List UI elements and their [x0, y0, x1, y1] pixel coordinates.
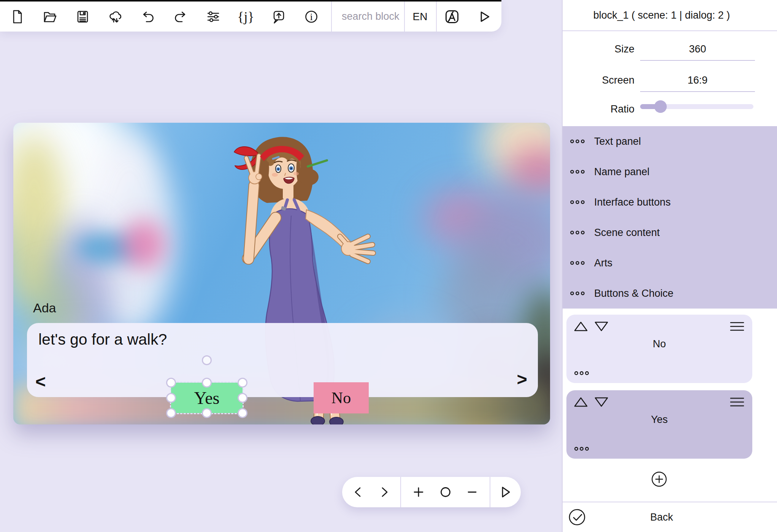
dialog-panel[interactable]: let's go for a walk? < > — [27, 323, 538, 397]
open-folder-button[interactable] — [41, 8, 59, 25]
app-root: {j} i EN — [0, 0, 777, 532]
resize-handle-top-right[interactable] — [238, 378, 247, 388]
info-icon: i — [304, 9, 319, 24]
open-folder-icon — [42, 9, 57, 24]
sidebar-divider — [563, 30, 777, 31]
next-dialog-button[interactable] — [375, 483, 393, 501]
screen-field[interactable] — [640, 69, 755, 92]
choice-card-no[interactable]: No — [566, 315, 752, 383]
move-up-icon[interactable] — [573, 321, 588, 332]
info-button[interactable]: i — [302, 8, 320, 25]
dots-menu-icon[interactable] — [573, 446, 590, 452]
add-choice-button[interactable] — [651, 471, 668, 488]
save-button[interactable] — [73, 8, 91, 25]
resize-handle-middle-right[interactable] — [238, 393, 247, 403]
player-nav-section — [342, 477, 400, 507]
zoom-in-button[interactable] — [409, 483, 428, 501]
cloud-sync-button[interactable] — [106, 8, 124, 25]
resize-handle-bottom-center[interactable] — [202, 408, 212, 418]
scene-canvas: Ada let's go for a walk? < > No Yes — [13, 123, 550, 424]
choice-button-no-label: No — [331, 389, 351, 407]
new-file-icon — [10, 9, 25, 24]
json-editor-icon: {j} — [237, 9, 254, 25]
ratio-slider-thumb[interactable] — [654, 100, 667, 113]
undo-button[interactable] — [139, 8, 157, 25]
back-button-label: Back — [563, 502, 761, 532]
play-outline-icon — [496, 483, 514, 501]
panel-item-buttons-choice[interactable]: Buttons & Choice — [563, 278, 777, 309]
play-icon — [475, 8, 493, 25]
screen-label: Screen — [563, 69, 634, 91]
app-store-icon — [443, 8, 461, 25]
undo-icon — [140, 9, 155, 24]
settings-sliders-icon — [206, 9, 221, 24]
toolbar-icon-group: {j} i — [8, 2, 320, 32]
panel-item-label: Scene content — [594, 227, 660, 239]
menu-icon[interactable] — [729, 396, 745, 408]
panel-item-label: Name panel — [594, 166, 650, 178]
play-test-button[interactable] — [474, 2, 494, 32]
search-input[interactable] — [332, 2, 414, 32]
chevron-right-icon — [375, 483, 393, 501]
zoom-reset-button[interactable] — [436, 483, 455, 501]
minus-icon — [463, 483, 481, 501]
dots-menu-icon — [569, 169, 586, 175]
resize-handle-bottom-right[interactable] — [238, 408, 247, 418]
svg-text:i: i — [310, 11, 312, 22]
share-dialog-button[interactable] — [270, 8, 287, 25]
resize-handle-top-left[interactable] — [166, 378, 176, 388]
panel-list: Text panel Name panel Interface buttons … — [563, 126, 777, 309]
dots-menu-icon — [569, 138, 586, 144]
share-dialog-icon — [271, 9, 286, 24]
toolbar: {j} i EN — [0, 0, 501, 32]
player-play-section — [490, 477, 520, 507]
dialog-next-arrow[interactable]: > — [517, 369, 527, 390]
play-scene-button[interactable] — [496, 483, 514, 501]
move-down-icon[interactable] — [594, 396, 609, 408]
resize-handle-bottom-left[interactable] — [166, 408, 176, 418]
choice-card-label: No — [566, 338, 752, 350]
choice-card-yes[interactable]: Yes — [566, 390, 752, 459]
redo-icon — [173, 9, 188, 24]
block-title: block_1 ( scene: 1 | dialog: 2 ) — [563, 0, 761, 30]
background-blur-blob — [122, 220, 165, 269]
dialog-text: let's go for a walk? — [38, 331, 167, 348]
dots-menu-icon — [569, 290, 586, 296]
resize-handle-top-center[interactable] — [202, 378, 212, 388]
dots-menu-icon — [569, 260, 586, 266]
ratio-slider[interactable] — [640, 104, 753, 109]
save-icon — [75, 9, 90, 24]
dialog-prev-arrow[interactable]: < — [35, 371, 46, 392]
choice-button-no[interactable]: No — [314, 382, 369, 413]
resize-handle-middle-left[interactable] — [166, 393, 176, 403]
json-editor-button[interactable]: {j} — [237, 8, 255, 25]
player-controls — [342, 477, 521, 507]
ratio-row: Ratio — [563, 98, 761, 120]
size-label: Size — [563, 38, 634, 60]
character-name-label[interactable]: Ada — [33, 301, 56, 315]
rotate-handle[interactable] — [202, 355, 212, 365]
plus-circle-icon — [651, 471, 668, 488]
move-up-icon[interactable] — [573, 396, 588, 408]
panel-item-text-panel[interactable]: Text panel — [563, 126, 777, 157]
app-build-button[interactable] — [442, 2, 462, 32]
size-field[interactable] — [640, 38, 755, 61]
prev-dialog-button[interactable] — [349, 483, 368, 501]
dots-menu-icon[interactable] — [573, 370, 590, 376]
settings-button[interactable] — [204, 8, 222, 25]
move-down-icon[interactable] — [594, 321, 609, 332]
language-button[interactable]: EN — [405, 2, 435, 32]
panel-item-interface-buttons[interactable]: Interface buttons — [563, 187, 777, 217]
plus-icon — [409, 483, 428, 501]
back-button[interactable]: Back — [563, 502, 777, 532]
new-file-button[interactable] — [8, 8, 26, 25]
panel-item-label: Buttons & Choice — [594, 288, 674, 299]
choice-card-label: Yes — [566, 414, 752, 426]
zoom-out-button[interactable] — [463, 483, 481, 501]
ratio-label: Ratio — [563, 98, 634, 120]
panel-item-scene-content[interactable]: Scene content — [563, 217, 777, 248]
menu-icon[interactable] — [729, 321, 745, 332]
panel-item-name-panel[interactable]: Name panel — [563, 157, 777, 187]
redo-button[interactable] — [171, 8, 189, 25]
panel-item-arts[interactable]: Arts — [563, 248, 777, 278]
